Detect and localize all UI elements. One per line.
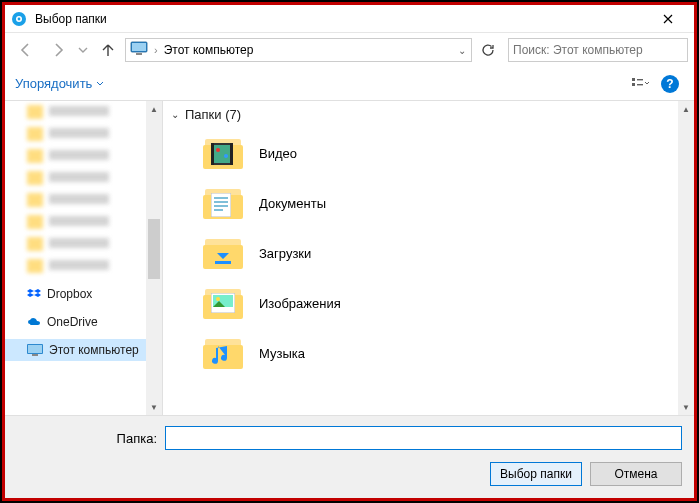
sidebar-item[interactable]: Dropbox (5, 283, 162, 305)
sidebar-item[interactable] (5, 123, 162, 145)
sidebar-item-label: Этот компьютер (49, 343, 139, 357)
chevron-down-icon (96, 80, 104, 88)
sidebar-item[interactable] (5, 233, 162, 255)
folder-item[interactable]: Изображения (203, 278, 694, 328)
folder-item[interactable]: Музыка (203, 328, 694, 378)
svg-rect-19 (211, 193, 231, 217)
search-box[interactable] (508, 38, 688, 62)
body-area: DropboxOneDriveЭтот компьютер ▲ ▼ ⌄ Папк… (5, 101, 694, 415)
folder-icon (27, 215, 43, 229)
svg-rect-17 (211, 143, 214, 165)
folder-label: Загрузки (259, 246, 311, 261)
svg-rect-24 (215, 261, 231, 264)
group-header-label: Папки (7) (185, 107, 241, 122)
toolbar: Упорядочить ? (5, 67, 694, 101)
organize-button[interactable]: Упорядочить (15, 76, 104, 91)
select-folder-button[interactable]: Выбор папки (490, 462, 582, 486)
close-button[interactable] (648, 6, 688, 32)
svg-rect-14 (213, 145, 231, 163)
onedrive-icon (27, 315, 41, 329)
folder-icon (203, 235, 245, 271)
refresh-button[interactable] (476, 38, 500, 62)
svg-rect-5 (136, 53, 142, 55)
folder-item[interactable]: Видео (203, 128, 694, 178)
svg-rect-7 (632, 83, 635, 86)
folder-label: Музыка (259, 346, 305, 361)
folder-icon (203, 185, 245, 221)
scroll-up-icon[interactable]: ▲ (682, 101, 690, 117)
pc-icon (130, 41, 148, 59)
sidebar-item-label: Dropbox (47, 287, 92, 301)
sidebar-item-label (49, 105, 109, 119)
sidebar-item-label (49, 127, 109, 141)
sidebar-item-label: OneDrive (47, 315, 98, 329)
svg-rect-9 (637, 84, 643, 85)
svg-rect-6 (632, 78, 635, 81)
main-scrollbar[interactable]: ▲ ▼ (678, 101, 694, 415)
folder-icon (27, 237, 43, 251)
dropbox-icon (27, 287, 41, 301)
help-icon: ? (661, 75, 679, 93)
sidebar-item[interactable] (5, 189, 162, 211)
folder-icon (27, 149, 43, 163)
svg-rect-4 (132, 43, 146, 51)
folder-label: Изображения (259, 296, 341, 311)
scroll-down-icon[interactable]: ▼ (682, 399, 690, 415)
svg-point-2 (18, 17, 21, 20)
address-bar[interactable]: › Этот компьютер ⌄ (125, 38, 472, 62)
group-header[interactable]: ⌄ Папки (7) (163, 101, 694, 128)
scroll-thumb[interactable] (148, 219, 160, 279)
svg-point-16 (224, 154, 228, 158)
sidebar-item[interactable] (5, 211, 162, 233)
folder-item[interactable]: Документы (203, 178, 694, 228)
folder-icon (27, 193, 43, 207)
scroll-up-icon[interactable]: ▲ (150, 101, 158, 117)
folder-icon (203, 285, 245, 321)
bottom-panel: Папка: Выбор папки Отмена (5, 415, 694, 498)
svg-rect-11 (28, 345, 42, 353)
scroll-down-icon[interactable]: ▼ (150, 399, 158, 415)
svg-rect-12 (32, 354, 38, 356)
breadcrumb-separator-icon: › (152, 44, 160, 56)
sidebar-item[interactable]: OneDrive (5, 311, 162, 333)
sidebar-item[interactable] (5, 255, 162, 277)
sidebar-scrollbar[interactable]: ▲ ▼ (146, 101, 162, 415)
folder-input[interactable] (165, 426, 682, 450)
address-dropdown-icon[interactable]: ⌄ (453, 45, 471, 56)
sidebar-item[interactable]: Этот компьютер (5, 339, 162, 361)
folder-icon (203, 335, 245, 371)
svg-rect-18 (230, 143, 233, 165)
sidebar-item-label (49, 193, 109, 207)
folder-label: Видео (259, 146, 297, 161)
nav-forward-button[interactable] (43, 37, 73, 63)
svg-rect-8 (637, 79, 643, 80)
help-button[interactable]: ? (656, 71, 684, 97)
svg-point-27 (216, 297, 220, 301)
sidebar-item-label (49, 149, 109, 163)
sidebar-item-label (49, 215, 109, 229)
folder-input-label: Папка: (17, 431, 157, 446)
dialog-window: Выбор папки › Этот компьютер ⌄ (2, 2, 697, 501)
sidebar-item-label (49, 171, 109, 185)
search-input[interactable] (513, 43, 683, 57)
nav-recent-dropdown[interactable] (75, 37, 91, 63)
main-content: ⌄ Папки (7) ВидеоДокументыЗагрузкиИзобра… (163, 101, 694, 415)
breadcrumb[interactable]: Этот компьютер (160, 43, 258, 57)
navigation-bar: › Этот компьютер ⌄ (5, 33, 694, 67)
sidebar-item[interactable] (5, 145, 162, 167)
nav-back-button[interactable] (11, 37, 41, 63)
folder-item[interactable]: Загрузки (203, 228, 694, 278)
svg-point-15 (216, 148, 220, 152)
sidebar-item[interactable] (5, 101, 162, 123)
view-options-button[interactable] (626, 71, 654, 97)
sidebar-item-label (49, 259, 109, 273)
folder-icon (27, 171, 43, 185)
pc-icon (27, 344, 43, 356)
titlebar: Выбор папки (5, 5, 694, 33)
sidebar-item-label (49, 237, 109, 251)
cancel-button[interactable]: Отмена (590, 462, 682, 486)
sidebar-item[interactable] (5, 167, 162, 189)
nav-up-button[interactable] (93, 37, 123, 63)
sidebar: DropboxOneDriveЭтот компьютер ▲ ▼ (5, 101, 163, 415)
folder-icon (27, 259, 43, 273)
